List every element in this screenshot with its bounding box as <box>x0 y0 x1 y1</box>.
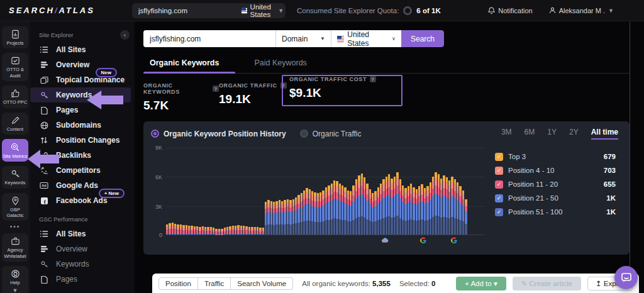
chart-bar <box>430 146 431 235</box>
chart-bar <box>448 146 450 235</box>
notification-button[interactable]: Notification <box>488 7 532 14</box>
tab-paid-keywords[interactable]: Paid Keywords <box>254 58 306 73</box>
us-flag-icon <box>242 8 247 14</box>
selected-count: Selected: 0 <box>399 280 436 287</box>
rail-item-agency-whitelabel[interactable]: Agency Whitelabel <box>2 233 28 262</box>
info-icon[interactable]: ? <box>213 86 219 92</box>
info-icon[interactable]: ? <box>370 76 376 82</box>
legend-top-3[interactable]: ✓ Top 3 679 <box>495 150 622 163</box>
range-all-time[interactable]: All time <box>591 128 618 140</box>
google-update-marker[interactable] <box>450 237 457 244</box>
chat-icon <box>621 273 632 283</box>
algorithm-update-markers <box>166 235 485 246</box>
ad-icon: Ad <box>40 182 48 189</box>
radio-unselected-icon <box>300 130 308 138</box>
sidebar-item-facebook-ads[interactable]: + New f Facebook Ads <box>30 193 135 208</box>
legend-position-51-100[interactable]: ✓ Position 51 - 100 1K <box>495 205 622 219</box>
sidebar-item-pages[interactable]: Pages <box>30 102 135 118</box>
chart-bar <box>254 146 256 235</box>
keywords-table-toolbar: Position Traffic Search Volume All organ… <box>152 274 639 293</box>
chart-bar <box>377 146 379 235</box>
sidebar-item-overview[interactable]: Overview <box>30 57 135 72</box>
chevron-down-icon: ∨ <box>392 36 396 41</box>
checkbox-checked-icon[interactable]: ✓ <box>495 153 503 161</box>
chart-bar <box>382 146 384 235</box>
toggle-traffic[interactable]: Traffic <box>198 277 231 290</box>
legend-position-4-10[interactable]: ✓ Position 4 - 10 703 <box>495 163 622 177</box>
stats-row: ORGANIC KEYWORDS? 5.7K ORGANIC TRAFFIC? … <box>143 76 630 116</box>
google-logo-icon <box>419 237 426 244</box>
sidebar-item-gsc-pages[interactable]: Pages <box>30 272 135 287</box>
chart-bar <box>366 146 368 235</box>
rail-item-keywords[interactable]: Keywords <box>2 166 28 188</box>
searchatlas-logo: SEARCH/ATLAS <box>9 6 132 15</box>
google-update-marker[interactable] <box>419 237 426 244</box>
legend-position-11-20[interactable]: ✓ Position 11 - 20 655 <box>495 177 622 191</box>
svg-text:Ad: Ad <box>42 184 46 187</box>
tab-organic-keywords[interactable]: Organic Keywords <box>150 58 219 73</box>
rail-item-otto-ppc[interactable]: OTTO PPC <box>2 86 28 108</box>
sidebar-item-subdomains[interactable]: Subdomains <box>30 118 135 133</box>
rail-item-otto-audit[interactable]: OTTO & Audit <box>2 53 28 81</box>
chart-bar <box>301 146 303 235</box>
total-keywords-count: All organic keywords: 5,355 <box>302 280 391 287</box>
top-country-label: United States <box>250 3 275 18</box>
radio-position-history[interactable]: Organic Keyword Position History <box>151 130 286 138</box>
sidebar-item-topical-dominance[interactable]: New Topical Dominance <box>30 72 135 87</box>
top-search-input[interactable] <box>132 7 242 14</box>
rail-item-site-metrics[interactable]: Site Metrics <box>2 139 28 162</box>
sidebar-item-position-changes[interactable]: Position Changes <box>30 133 135 148</box>
checkbox-checked-icon[interactable]: ✓ <box>495 208 503 216</box>
range-6m[interactable]: 6M <box>525 128 535 140</box>
checkbox-checked-icon[interactable]: ✓ <box>495 194 503 202</box>
toggle-position[interactable]: Position <box>158 277 198 290</box>
site-metrics-icon <box>10 142 20 152</box>
rail-item-help[interactable]: Help ▼ <box>2 266 28 293</box>
top-site-search[interactable]: United States ▼ <box>132 3 286 18</box>
chart-bar <box>410 146 412 235</box>
key-icon <box>11 169 20 179</box>
chart-bar <box>174 146 176 235</box>
country-select[interactable]: United States ∨ <box>331 30 401 47</box>
rail-item-projects[interactable]: Projects <box>2 26 28 48</box>
top-bar: SEARCH/ATLAS United States ▼ Consumed Si… <box>0 0 644 21</box>
checkbox-checked-icon[interactable]: ✓ <box>495 180 503 189</box>
time-range-selector: 3M 6M 1Y 2Y All time <box>501 128 618 140</box>
sidebar-collapse-button[interactable]: ‹ <box>120 30 130 40</box>
search-type-select[interactable]: Domain▼ <box>275 30 331 47</box>
sidebar-item-all-sites[interactable]: All Sites <box>30 42 135 57</box>
chart-bar <box>328 146 330 235</box>
chart-bar <box>284 146 286 235</box>
chart-bar <box>336 146 338 235</box>
range-2y[interactable]: 2Y <box>569 128 579 140</box>
rail-item-gbp-galactic[interactable]: GBP Galactic <box>2 193 28 221</box>
sidebar-item-gsc-all-sites[interactable]: All Sites <box>30 226 135 241</box>
sidebar-item-gsc-keywords[interactable]: Keywords <box>30 257 135 272</box>
quota-indicator: Consumed Site Explorer Quota: 6 of 1K <box>297 6 441 15</box>
top-country-select[interactable]: United States ▼ <box>242 3 286 18</box>
range-3m[interactable]: 3M <box>501 128 512 140</box>
radio-organic-traffic[interactable]: Organic Traffic <box>300 130 362 138</box>
sidebar-item-gsc-overview[interactable]: Overview <box>30 241 135 257</box>
user-menu[interactable]: Aleksandar M . ▼ <box>549 7 614 14</box>
chart-bar <box>235 146 236 235</box>
legend-position-21-50[interactable]: ✓ Position 21 - 50 1K <box>495 191 622 205</box>
chevron-down-icon: ▼ <box>278 8 284 14</box>
add-to-button[interactable]: + Add to ▾ <box>456 277 506 290</box>
chart-bar <box>297 146 299 235</box>
search-button[interactable]: Search <box>401 30 444 47</box>
chat-widget-button[interactable] <box>614 266 638 289</box>
chart-bar <box>369 146 371 235</box>
checkbox-checked-icon[interactable]: ✓ <box>495 167 503 175</box>
stat-value: 5.7K <box>143 99 219 113</box>
chart-bar <box>186 146 187 235</box>
rail-item-content[interactable]: Content <box>2 113 28 135</box>
create-article-button[interactable]: ✎ Create article <box>513 277 581 290</box>
weather-update-marker[interactable] <box>381 237 389 243</box>
sidebar-item-competitors[interactable]: Competitors <box>30 163 135 178</box>
toggle-search-volume[interactable]: Search Volume <box>231 277 293 290</box>
domain-search-input[interactable] <box>143 30 275 47</box>
sidebar-section-gsc-performance: GSC Performance <box>30 213 135 226</box>
range-1y[interactable]: 1Y <box>547 128 557 140</box>
chart-bar <box>394 146 396 235</box>
